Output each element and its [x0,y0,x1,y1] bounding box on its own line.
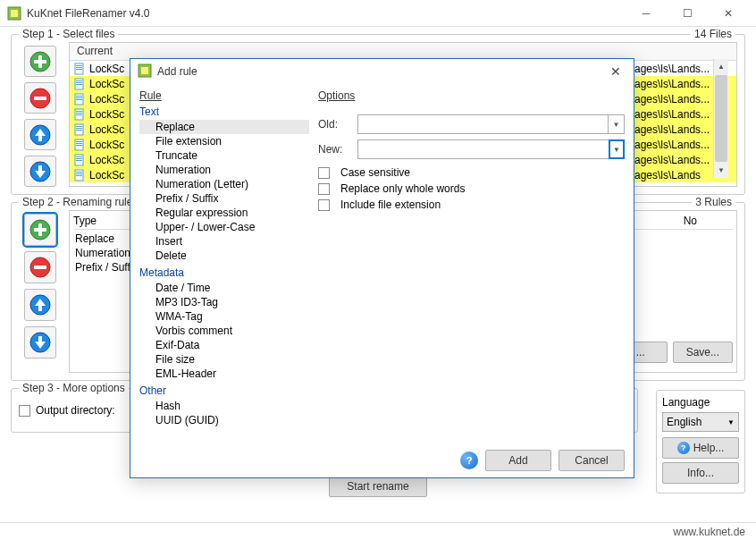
file-list-scrollbar[interactable]: ▲ ▼ [713,59,728,178]
rule-option[interactable]: Regular expression [139,206,309,220]
minimize-button[interactable]: ─ [626,0,667,27]
svg-rect-43 [34,228,46,232]
svg-rect-1 [11,10,18,17]
old-value-input[interactable] [358,115,608,133]
remove-rule-button[interactable] [24,251,56,283]
new-value-input[interactable] [358,140,609,158]
document-icon [73,139,86,151]
move-rule-down-button[interactable] [24,326,56,359]
rule-option[interactable]: Exif-Data [139,338,309,352]
document-icon [73,169,86,181]
svg-rect-40 [76,175,82,176]
rule-option[interactable]: Delete [139,249,309,263]
rules-save-button[interactable]: Save... [673,342,733,363]
rule-option[interactable]: File extension [139,134,309,148]
rule-option[interactable]: Insert [139,234,309,249]
scroll-down-arrow[interactable]: ▼ [714,163,728,178]
old-value-dropdown-icon[interactable]: ▼ [608,115,624,133]
move-file-up-button[interactable] [24,119,56,150]
case-sensitive-checkbox[interactable] [318,167,330,179]
add-rule-button[interactable] [24,214,56,246]
move-rule-up-button[interactable] [24,289,56,321]
document-icon [73,123,86,136]
remove-file-button[interactable] [24,82,56,114]
document-icon [73,93,86,105]
dialog-add-button[interactable]: Add [485,450,551,471]
output-directory-checkbox[interactable] [19,405,30,417]
old-value-combo[interactable]: ▼ [357,114,625,134]
svg-rect-20 [76,99,82,100]
rule-option[interactable]: File size [139,352,309,367]
document-icon [73,78,86,90]
svg-rect-31 [76,143,82,144]
svg-rect-18 [76,96,82,97]
info-button[interactable]: Info... [662,462,739,484]
svg-rect-14 [76,80,82,81]
rule-option[interactable]: Numeration (Letter) [139,177,309,191]
rule-option[interactable]: Upper- / Lower-Case [139,220,309,234]
close-button[interactable]: ✕ [708,0,749,27]
rule-option[interactable]: Truncate [139,148,309,163]
new-label: New: [318,143,350,156]
rule-option[interactable]: UUID (GUID) [139,413,309,427]
dialog-help-button[interactable]: ? [460,451,478,469]
step3-legend: Step 3 - More options [19,382,129,394]
app-icon [7,6,21,21]
rule-option[interactable]: Numeration [139,163,309,177]
svg-rect-34 [76,156,82,157]
help-button[interactable]: ? Help... [662,437,739,459]
language-select[interactable]: English ▼ [662,412,739,432]
scroll-up-arrow[interactable]: ▲ [714,59,728,74]
step2-legend: Step 2 - Renaming rules [19,196,141,208]
document-icon [73,63,86,75]
rule-option[interactable]: Prefix / Suffix [139,191,309,206]
rule-column-header: Rule [139,89,309,102]
whole-words-checkbox[interactable] [318,183,330,195]
svg-rect-49 [141,67,148,74]
start-rename-button[interactable]: Start rename [329,476,427,497]
document-icon [73,108,86,121]
step1-legend: Step 1 - Select files [19,28,118,40]
status-bar: www.kuknet.de [0,522,756,540]
rule-option[interactable]: Replace [139,120,309,134]
svg-rect-32 [76,145,82,146]
new-value-dropdown-icon[interactable]: ▼ [609,139,625,159]
svg-rect-15 [76,82,82,83]
svg-rect-39 [76,173,82,174]
include-extension-checkbox[interactable] [318,199,330,211]
whole-words-label: Replace only whole words [340,182,465,195]
options-column-header: Options [318,89,625,102]
move-file-down-button[interactable] [24,156,56,187]
output-directory-label: Output directory: [36,404,115,417]
svg-rect-38 [76,172,82,173]
document-icon [73,154,86,166]
rule-option[interactable]: WMA-Tag [139,309,309,324]
rule-option[interactable]: Date / Time [139,281,309,295]
svg-rect-24 [76,114,82,115]
svg-rect-16 [76,84,82,85]
window-titlebar: KuKnet FileRenamer v4.0 ─ ☐ ✕ [0,0,756,27]
scroll-thumb[interactable] [715,75,727,162]
language-panel: Language English ▼ ? Help... Info... [656,390,745,494]
rule-option[interactable]: MP3 ID3-Tag [139,295,309,309]
dialog-title: Add rule [157,65,605,78]
svg-rect-35 [76,158,82,159]
maximize-button[interactable]: ☐ [667,0,708,27]
dialog-cancel-button[interactable]: Cancel [559,450,625,471]
rule-option[interactable]: EML-Header [139,367,309,381]
rule-option[interactable]: Hash [139,399,309,413]
rule-category: Other [139,384,309,397]
svg-rect-26 [76,126,82,127]
dialog-close-button[interactable]: ✕ [605,61,626,82]
svg-rect-12 [76,69,82,70]
new-value-combo[interactable]: ▼ [357,139,625,159]
chevron-down-icon: ▼ [727,418,735,426]
old-label: Old: [318,118,350,131]
add-file-button[interactable] [24,46,56,77]
rule-option[interactable]: Vorbis comment [139,324,309,338]
step2-rule-count: 3 Rules [692,196,735,208]
help-icon: ? [677,442,690,454]
svg-rect-11 [76,67,82,68]
window-title: KuKnet FileRenamer v4.0 [27,7,626,20]
svg-rect-23 [76,113,82,114]
